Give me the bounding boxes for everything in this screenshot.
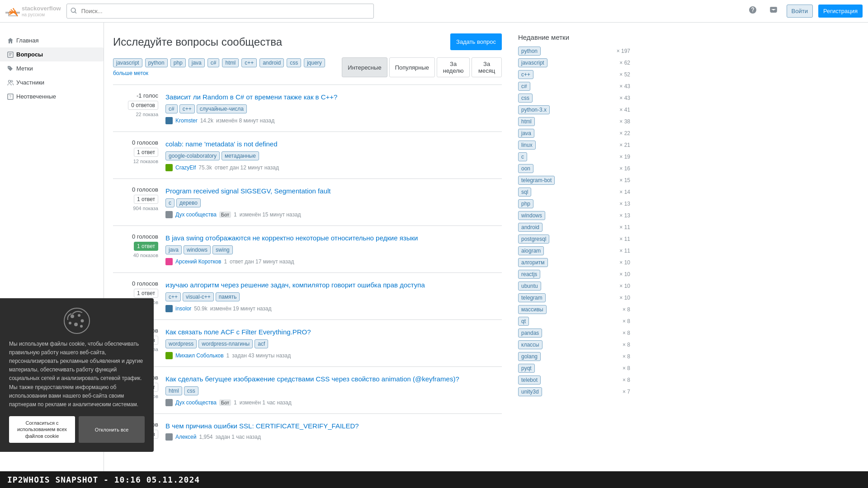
action-text: изменён 8 минут назад <box>216 117 274 124</box>
question-tag[interactable]: память <box>216 292 240 301</box>
question-title[interactable]: В java swing отображаются не корректно н… <box>165 233 502 243</box>
question-body: изучаю алгоритм через решение задач, ком… <box>165 280 502 312</box>
list-item: telegram × 10 <box>518 293 630 302</box>
sidebar-tag[interactable]: c++ <box>518 70 533 79</box>
question-title[interactable]: В чем причина ошибки SSL: CERTIFICATE_VE… <box>165 421 502 431</box>
header: stackoverflow на русском Войти Регистрац… <box>0 0 868 23</box>
filter-tag[interactable]: jquery <box>304 58 325 67</box>
avatar <box>165 211 173 218</box>
tag-count: × 8 <box>623 365 630 371</box>
question-tag[interactable]: метаданные <box>222 151 259 160</box>
question-tag[interactable]: c++ <box>179 104 195 113</box>
filter-tag[interactable]: javascript <box>113 58 142 67</box>
question-tag[interactable]: html <box>165 386 182 395</box>
sidebar-tag[interactable]: postgresql <box>518 235 549 244</box>
svg-point-14 <box>74 323 78 326</box>
filter-tag[interactable]: php <box>170 58 186 67</box>
question-tag[interactable]: дерево <box>176 198 201 207</box>
sidebar-tag[interactable]: oon <box>518 164 533 173</box>
sidebar-item-questions[interactable]: Вопросы <box>0 47 104 61</box>
sidebar-tag[interactable]: telebot <box>518 375 541 385</box>
question-tag[interactable]: случайные-числа <box>197 104 247 113</box>
filter-tab-month[interactable]: За месяц <box>472 57 502 77</box>
question-title[interactable]: Как связать поле ACF с Filter Everything… <box>165 327 502 337</box>
filter-tab-interesting[interactable]: Интересные <box>342 57 387 77</box>
question-title[interactable]: изучаю алгоритм через решение задач, ком… <box>165 280 502 290</box>
filter-tab-week[interactable]: За неделю <box>437 57 470 77</box>
filter-tag[interactable]: html <box>222 58 239 67</box>
sidebar-tag[interactable]: android <box>518 223 542 232</box>
sidebar-tag[interactable]: python-3.x <box>518 105 550 114</box>
cookie-accept-button[interactable]: Согласиться с использованием всех файлов… <box>9 416 75 443</box>
sidebar-tag[interactable]: sql <box>518 188 531 197</box>
sidebar-item-tags[interactable]: Метки <box>0 61 104 75</box>
tag-count: × 11 <box>619 248 630 254</box>
sidebar-tag[interactable]: python <box>518 47 541 56</box>
question-tag[interactable]: google-colaboratory <box>165 151 220 160</box>
sidebar-tag[interactable]: c# <box>518 82 530 91</box>
sidebar-tag[interactable]: reactjs <box>518 270 540 279</box>
sidebar-tag[interactable]: html <box>518 117 535 126</box>
sidebar-tag[interactable]: aiogram <box>518 246 544 255</box>
question-tag[interactable]: c++ <box>165 292 181 301</box>
tag-list: python × 197 javascript × 62 c++ × 52 c#… <box>518 47 630 396</box>
sidebar-tag[interactable]: ubuntu <box>518 282 541 291</box>
sidebar-tag[interactable]: windows <box>518 211 545 220</box>
sidebar-tag[interactable]: php <box>518 199 533 208</box>
ask-question-button[interactable]: Задать вопрос <box>450 33 502 50</box>
question-tag[interactable]: java <box>165 245 182 254</box>
sidebar-tag[interactable]: pandas <box>518 328 542 338</box>
question-tag[interactable]: acf <box>255 339 268 348</box>
question-tag[interactable]: c# <box>165 104 178 113</box>
sidebar-tag[interactable]: java <box>518 129 534 138</box>
sidebar-item-unanswered[interactable]: ? Неотвеченные <box>0 89 104 103</box>
question-tag[interactable]: с <box>165 198 175 207</box>
question-tag[interactable]: wordpress <box>165 339 197 348</box>
sidebar-tag[interactable]: алгоритм <box>518 258 548 267</box>
user-name: Kromster <box>175 117 198 124</box>
user-name: Дух сообщества <box>175 211 217 218</box>
sidebar-tag[interactable]: qt <box>518 317 529 326</box>
sidebar-tag[interactable]: telegram <box>518 293 546 302</box>
sidebar-item-home[interactable]: Главная <box>0 33 104 47</box>
help-button[interactable] <box>745 4 760 18</box>
login-button[interactable]: Войти <box>787 5 813 18</box>
filter-tag[interactable]: java <box>189 58 205 67</box>
question-tag[interactable]: windows <box>184 245 211 254</box>
filter-tag[interactable]: css <box>287 58 301 67</box>
filter-tag[interactable]: python <box>145 58 168 67</box>
question-title[interactable]: Как сделать бегущее изображение средства… <box>165 374 502 384</box>
inbox-button[interactable] <box>766 4 781 18</box>
sidebar-tag[interactable]: c <box>518 152 527 161</box>
sidebar-tag[interactable]: javascript <box>518 58 547 67</box>
question-title[interactable]: Program received signal SIGSEGV, Segment… <box>165 186 502 196</box>
question-tag[interactable]: swing <box>212 245 233 254</box>
sidebar-tag[interactable]: массивы <box>518 305 547 314</box>
sidebar-tag[interactable]: css <box>518 94 533 103</box>
sidebar-tag[interactable]: golang <box>518 352 541 361</box>
question-tag[interactable]: visual-c++ <box>183 292 214 301</box>
filter-tag[interactable]: android <box>259 58 284 67</box>
logo[interactable]: stackoverflow на русском <box>5 3 61 19</box>
more-tags-link[interactable]: больше меток <box>113 70 148 76</box>
list-item: postgresql × 11 <box>518 235 630 244</box>
question-title[interactable]: colab: name 'metadata' is not defined <box>165 139 502 149</box>
filter-tag[interactable]: c# <box>208 58 220 67</box>
sidebar-tag[interactable]: pyqt <box>518 364 535 373</box>
filter-tab-popular[interactable]: Популярные <box>389 57 435 77</box>
sidebar-item-users[interactable]: Участники <box>0 75 104 89</box>
question-tag[interactable]: wordpress-плагины <box>198 339 253 348</box>
sidebar-tag[interactable]: классы <box>518 340 542 349</box>
filter-tag[interactable]: c++ <box>241 58 257 67</box>
question-title[interactable]: Зависит ли Random в C# от времени также … <box>165 92 502 102</box>
register-button[interactable]: Регистрация <box>818 5 863 18</box>
search-input[interactable] <box>66 4 374 19</box>
sidebar-tag[interactable]: linux <box>518 141 536 150</box>
tag-count: × 197 <box>617 48 630 54</box>
table-row: 0 голосов 1 ответ 947 показов Как сделат… <box>113 366 502 413</box>
sidebar-tag[interactable]: telegram-bot <box>518 176 555 185</box>
question-tag[interactable]: css <box>184 386 198 395</box>
sidebar-tag[interactable]: unity3d <box>518 387 542 396</box>
list-item: aiogram × 11 <box>518 246 630 255</box>
cookie-reject-button[interactable]: Отклонить все <box>79 416 145 443</box>
